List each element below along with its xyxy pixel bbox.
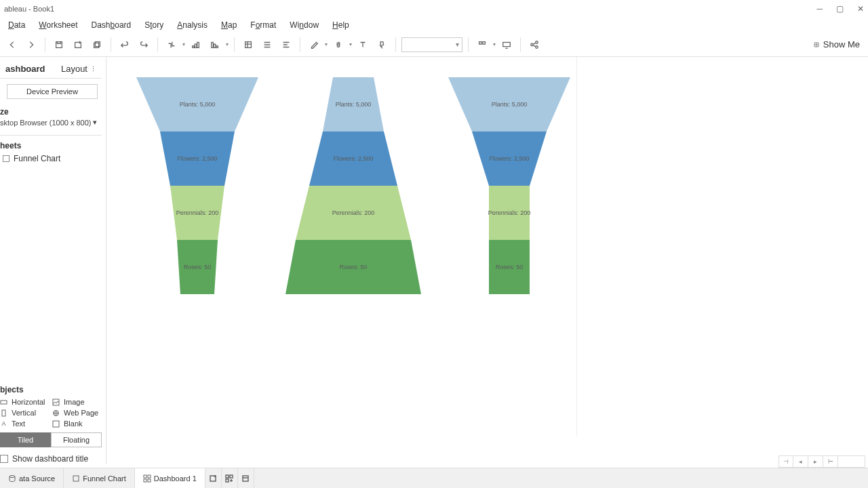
svg-rect-7 (212, 42, 214, 47)
svg-text:Plants: 5,000: Plants: 5,000 (336, 101, 372, 108)
svg-point-15 (536, 41, 538, 43)
device-preview-button[interactable]: Device Preview (7, 84, 98, 99)
menu-format[interactable]: Format (245, 19, 281, 31)
back-button[interactable] (4, 37, 20, 53)
close-icon[interactable]: ✕ (857, 4, 864, 14)
obj-text[interactable]: AText (0, 419, 50, 428)
window-title: ableau - Book1 (4, 5, 54, 13)
svg-rect-6 (197, 42, 199, 47)
text-button[interactable] (355, 37, 371, 53)
show-title-checkbox[interactable]: Show dashboard title (0, 454, 102, 464)
view-cards-button[interactable] (474, 37, 490, 53)
labels-button[interactable] (278, 37, 294, 53)
svg-rect-4 (193, 45, 195, 47)
svg-text:Plants: 5,000: Plants: 5,000 (492, 101, 528, 108)
svg-text:Roses: 50: Roses: 50 (496, 264, 524, 270)
highlight-button[interactable] (306, 37, 322, 53)
svg-rect-17 (1, 401, 7, 404)
svg-text:Roses: 50: Roses: 50 (340, 264, 368, 270)
svg-rect-8 (214, 44, 216, 47)
tile-toggle: Tiled Floating (0, 432, 102, 447)
new-data-button[interactable] (70, 37, 86, 53)
funnel-chart-2[interactable]: Plants: 5,000Flowers: 2,500Perennials: 2… (285, 77, 421, 294)
svg-text:Flowers: 2,500: Flowers: 2,500 (489, 155, 529, 162)
globe-icon (52, 409, 60, 417)
svg-rect-42 (226, 475, 229, 478)
fit-dropdown[interactable]: ▾ (401, 37, 462, 52)
maximize-icon[interactable]: ▢ (836, 4, 844, 14)
toolbar: ▾ ▾ ▾ ▾ ▾ ▾ Show Me (0, 33, 868, 57)
blank-icon (52, 420, 60, 428)
save-button[interactable] (51, 37, 67, 53)
undo-button[interactable] (117, 37, 133, 53)
sort-desc-button[interactable] (207, 37, 223, 53)
svg-point-14 (531, 43, 534, 46)
dashboard-area[interactable]: Plants: 5,000Flowers: 2,500Perennials: 2… (109, 57, 577, 436)
svg-rect-21 (53, 421, 59, 427)
pin-button[interactable] (374, 37, 390, 53)
svg-rect-13 (503, 42, 511, 46)
funnel-chart-1[interactable]: Plants: 5,000Flowers: 2,500Perennials: 2… (130, 77, 265, 294)
tab-dashboard1[interactable]: Dashboard 1 (135, 468, 205, 488)
obj-blank[interactable]: Blank (52, 419, 102, 428)
obj-webpage[interactable]: Web Page (52, 408, 102, 418)
menu-dashboard[interactable]: Dashboard (86, 19, 137, 31)
obj-horizontal[interactable]: Horizontal (0, 397, 50, 407)
share-button[interactable] (526, 37, 542, 53)
nav-prev[interactable]: ◂ (793, 455, 808, 468)
show-me-button[interactable]: Show Me (808, 39, 864, 49)
nav-slider[interactable] (838, 455, 865, 468)
svg-rect-11 (479, 41, 482, 44)
totals-button[interactable] (240, 37, 256, 53)
svg-text:Roses: 50: Roses: 50 (184, 264, 212, 270)
svg-text:Perennials: 200: Perennials: 200 (332, 209, 375, 216)
svg-rect-10 (245, 41, 252, 47)
new-dashboard-button[interactable] (222, 468, 238, 488)
new-story-button[interactable] (238, 468, 254, 488)
sheet-funnel-chart[interactable]: Funnel Chart (0, 152, 102, 165)
vertical-icon (0, 409, 7, 417)
svg-rect-5 (195, 44, 197, 47)
tiled-button[interactable]: Tiled (0, 432, 51, 447)
sheet-icon (3, 155, 9, 162)
titlebar: ableau - Book1 ─ ▢ ✕ (0, 0, 868, 18)
obj-image[interactable]: Image (52, 397, 102, 407)
svg-point-35 (9, 475, 15, 477)
svg-rect-39 (144, 479, 146, 482)
svg-text:Perennials: 200: Perennials: 200 (176, 209, 219, 216)
nav-last[interactable]: ⊢ (823, 455, 838, 468)
new-worksheet-button[interactable] (205, 468, 222, 488)
objects-label: bjects (0, 385, 102, 394)
size-selector[interactable]: sktop Browser (1000 x 800)▾ (0, 118, 102, 127)
group-button[interactable] (259, 37, 275, 53)
minimize-icon[interactable]: ─ (816, 4, 823, 14)
menu-analysis[interactable]: Analysis (172, 19, 213, 31)
tab-layout[interactable]: Layout⋮ (56, 60, 102, 78)
tab-data-source[interactable]: ata Source (0, 468, 64, 488)
obj-vertical[interactable]: Vertical (0, 408, 50, 418)
clip-button[interactable] (330, 37, 347, 53)
funnel-chart-3[interactable]: Plants: 5,000Flowers: 2,500Perennials: 2… (441, 77, 577, 294)
floating-button[interactable]: Floating (51, 432, 102, 447)
duplicate-button[interactable] (89, 37, 105, 53)
menu-window[interactable]: Window (284, 19, 324, 31)
svg-rect-40 (148, 479, 151, 482)
svg-text:Flowers: 2,500: Flowers: 2,500 (333, 155, 373, 162)
forward-button[interactable] (23, 37, 39, 53)
redo-button[interactable] (136, 37, 152, 53)
sort-asc-button[interactable] (188, 37, 204, 53)
svg-rect-44 (226, 479, 229, 482)
menu-story[interactable]: Story (139, 19, 169, 31)
svg-rect-43 (230, 475, 233, 478)
tab-funnel-chart[interactable]: Funnel Chart (64, 468, 135, 488)
menu-worksheet[interactable]: Worksheet (33, 19, 83, 31)
menu-help[interactable]: Help (327, 19, 355, 31)
swap-button[interactable] (163, 37, 180, 53)
nav-first[interactable]: ⊣ (778, 455, 793, 468)
menu-data[interactable]: Data (3, 19, 31, 31)
present-button[interactable] (498, 37, 515, 53)
menu-map[interactable]: Map (216, 19, 242, 31)
tab-dashboard[interactable]: ashboard (0, 60, 51, 78)
menubar: Data Worksheet Dashboard Story Analysis … (0, 18, 868, 33)
nav-next[interactable]: ▸ (808, 455, 823, 468)
